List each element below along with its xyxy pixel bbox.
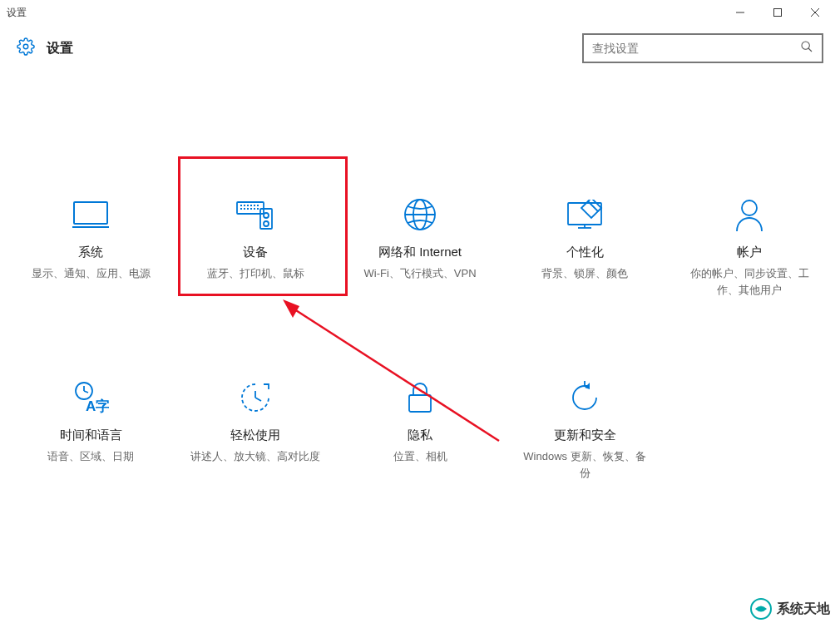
- tile-desc: 蓝牙、打印机、鼠标: [207, 265, 304, 282]
- tile-devices[interactable]: 设备 蓝牙、打印机、鼠标: [181, 188, 329, 304]
- tile-desc: 讲述人、放大镜、高对比度: [190, 448, 320, 465]
- person-icon: [734, 195, 764, 235]
- tile-title: 设备: [243, 245, 268, 260]
- svg-point-31: [742, 200, 757, 215]
- gear-icon: [17, 37, 35, 59]
- watermark-text: 系统天地: [777, 601, 830, 618]
- tile-time-language[interactable]: A字 时间和语言 语音、区域、日期: [17, 371, 165, 487]
- window-title: 设置: [7, 6, 27, 20]
- search-icon: [800, 40, 813, 57]
- tile-desc: 你的帐户、同步设置、工作、其他用户: [683, 265, 816, 298]
- tile-accounts[interactable]: 帐户 你的帐户、同步设置、工作、其他用户: [675, 188, 823, 304]
- window-controls: [721, 0, 833, 25]
- ease-of-access-icon: [239, 378, 272, 418]
- svg-rect-1: [773, 9, 781, 17]
- tile-title: 更新和安全: [554, 428, 616, 443]
- minimize-button[interactable]: [721, 0, 758, 25]
- tile-title: 帐户: [737, 245, 762, 260]
- tile-title: 网络和 Internet: [378, 245, 462, 260]
- time-language-icon: A字: [72, 378, 109, 418]
- svg-rect-38: [409, 395, 431, 412]
- tile-desc: Wi-Fi、飞行模式、VPN: [363, 265, 476, 282]
- tile-personalization[interactable]: 个性化 背景、锁屏、颜色: [511, 188, 659, 304]
- minimize-icon: [736, 8, 744, 17]
- tile-privacy[interactable]: 隐私 位置、相机: [346, 371, 494, 487]
- tile-desc: 显示、通知、应用、电源: [32, 265, 151, 282]
- personalization-icon: [566, 195, 603, 235]
- search-box[interactable]: [582, 33, 823, 63]
- tile-title: 时间和语言: [60, 428, 122, 443]
- svg-point-24: [264, 221, 269, 226]
- maximize-icon: [773, 8, 782, 17]
- tile-desc: 语音、区域、日期: [47, 448, 134, 465]
- page-title: 设置: [47, 40, 73, 57]
- tile-desc: 背景、锁屏、颜色: [541, 265, 628, 282]
- update-icon: [568, 378, 601, 418]
- devices-icon: [235, 195, 275, 235]
- tile-title: 轻松使用: [230, 428, 280, 443]
- close-icon: [811, 8, 819, 17]
- svg-line-6: [808, 48, 812, 52]
- settings-grid-row2: A字 时间和语言 语音、区域、日期 轻松使用 讲述人、放大镜、高对比度 隐私 位…: [0, 321, 840, 504]
- maximize-button[interactable]: [758, 0, 796, 25]
- tile-update-security[interactable]: 更新和安全 Windows 更新、恢复、备份: [511, 371, 659, 487]
- svg-point-23: [264, 213, 269, 218]
- settings-grid-row1: 系统 显示、通知、应用、电源 设备 蓝牙、打印机、鼠标 网络和 Internet…: [0, 80, 840, 321]
- tile-system[interactable]: 系统 显示、通知、应用、电源: [17, 188, 165, 304]
- svg-line-34: [84, 391, 88, 393]
- titlebar: 设置: [0, 0, 840, 25]
- svg-text:A字: A字: [86, 398, 109, 414]
- close-button[interactable]: [796, 0, 833, 25]
- svg-point-4: [23, 44, 28, 49]
- tile-desc: Windows 更新、恢复、备份: [518, 448, 651, 481]
- tile-network[interactable]: 网络和 Internet Wi-Fi、飞行模式、VPN: [346, 188, 494, 304]
- svg-point-5: [802, 42, 809, 49]
- tile-desc: 位置、相机: [393, 448, 447, 465]
- svg-line-37: [255, 398, 261, 401]
- svg-rect-7: [74, 202, 107, 224]
- tile-title: 个性化: [566, 245, 604, 260]
- system-icon: [72, 195, 109, 235]
- search-input[interactable]: [592, 42, 800, 55]
- watermark-logo-icon: [750, 598, 772, 620]
- header: 设置: [0, 25, 840, 80]
- watermark: 系统天地: [750, 598, 830, 620]
- lock-icon: [407, 378, 433, 418]
- globe-icon: [403, 195, 437, 235]
- tile-title: 隐私: [408, 428, 432, 443]
- tile-title: 系统: [78, 245, 103, 260]
- tile-ease-of-access[interactable]: 轻松使用 讲述人、放大镜、高对比度: [181, 371, 329, 487]
